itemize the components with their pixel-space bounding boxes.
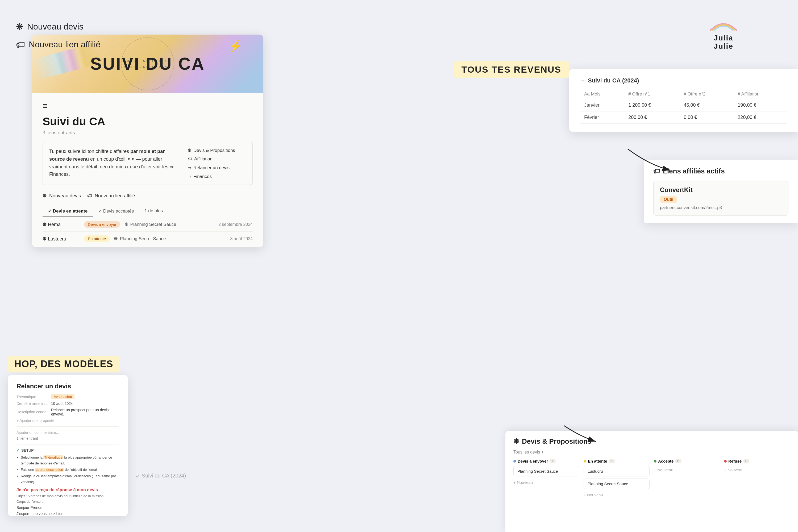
kanban-col-header-envoyer: Devis à envoyer 1 <box>513 459 580 463</box>
kanban-col-header-attente: En attente 1 <box>584 459 650 463</box>
row-badge-hema: Devis à envoyer <box>84 221 120 228</box>
btn-nouveau-affilie[interactable]: 🏷 Nouveau lien affilié <box>87 191 135 200</box>
dot-green-icon <box>654 460 657 462</box>
table-row: ❋ Hema Devis à envoyer ❋ Planning Secret… <box>42 217 253 232</box>
setup-bullets: Sélectionne la Thématique la plus approp… <box>17 455 119 485</box>
hamburger-icon[interactable]: ≡ <box>42 101 253 111</box>
description-links: ❋Devis & Propositions 🏷Affiliation ⇒Rela… <box>188 148 246 179</box>
add-prop[interactable]: + Ajouter une propriété <box>17 418 119 423</box>
cell-offre2-fevrier: 0,00 € <box>679 111 733 124</box>
tab-devis-acceptes[interactable]: ✓ Devis acceptés <box>93 206 139 217</box>
affil-card: ConvertKit Outil partners.convertkit.com… <box>653 180 788 216</box>
logo: Julia Julie <box>707 16 740 51</box>
nouveau-lien-label: Nouveau lien affilié <box>29 40 100 50</box>
tab-devis-attente[interactable]: ✓ Devis en attente <box>42 206 93 217</box>
cell-affil-janvier: 190,00 € <box>733 99 787 111</box>
kanban-col-refuse: Refusé 0 + Nouveau <box>724 459 790 499</box>
link-affiliation[interactable]: 🏷Affiliation <box>188 156 246 162</box>
col-affil: # Affiliation <box>733 89 787 99</box>
kanban-add[interactable]: + Nouveau <box>724 466 790 474</box>
col-offre2: # Offre n°2 <box>679 89 733 99</box>
lien-entrant: 1 lien entrant <box>17 436 119 440</box>
kanban-add[interactable]: + Nouveau <box>654 466 720 474</box>
link-relancer[interactable]: ⇒Relancer un devis <box>188 165 246 171</box>
kanban-columns: Devis à envoyer 1 Planning Secret Sauce … <box>513 459 790 499</box>
btn-nouveau-devis[interactable]: ❋ Nouveau devis <box>42 191 81 200</box>
hop-label: HOP, DES MODÈLES <box>8 356 119 373</box>
ca-panel-title: → Suivi du CA (2024) <box>580 77 787 84</box>
cell-mois-fevrier: Février <box>580 111 624 124</box>
card-rows: ❋ Hema Devis à envoyer ❋ Planning Secret… <box>42 217 253 247</box>
main-card: BUSINESS FRIEND·BUSINESS FRIEND SUIVI DU… <box>32 35 263 247</box>
row-name-hema: ❋ Hema <box>42 222 80 227</box>
row-date-hema: 2 septembre 2024 <box>218 222 253 227</box>
nouveau-devis-icon: ❋ <box>16 21 23 32</box>
revenus-label: TOUS TES REVENUS <box>454 61 569 78</box>
dot-yellow-icon <box>584 460 586 462</box>
table-row: ❋ Lustucru En attente ❋ Planning Secret … <box>42 232 253 246</box>
devis-kanban: ❋ Devis & Propositions Tous les devis + … <box>506 431 798 532</box>
kanban-item: Planning Secret Sauce <box>584 478 650 489</box>
affil-card-title: ConvertKit <box>660 186 782 194</box>
row-project-hema: ❋ Planning Secret Sauce <box>125 222 176 227</box>
link-finances[interactable]: ⇒Finances <box>188 174 246 179</box>
ca-table: Aa Mois # Offre n°1 # Offre n°2 # Affili… <box>580 89 787 124</box>
card-buttons: ❋ Nouveau devis 🏷 Nouveau lien affilié <box>42 191 253 200</box>
ca-panel: → Suivi du CA (2024) Aa Mois # Offre n°1… <box>569 69 798 132</box>
kanban-col-header-accepte: Accepté 0 <box>654 459 720 463</box>
affil-badge: Outil <box>660 196 677 203</box>
kanban-item: Lustucru <box>584 466 650 476</box>
nouveau-lien-icon: 🏷 <box>16 39 25 50</box>
add-comment[interactable]: Ajouter un commentaire... <box>17 431 119 435</box>
col-offre1: # Offre n°1 <box>624 89 679 99</box>
cell-offre1-fevrier: 200,00 € <box>624 111 679 124</box>
setup-title: ✓ SETUP <box>17 448 119 453</box>
banner-title: SUIVI DU CA <box>90 54 205 74</box>
dot-blue-icon <box>513 460 516 462</box>
description-text: Tu peux suivre ici ton chiffre d'affaire… <box>49 148 177 179</box>
row-project-lustucru: ❋ Planning Secret Sauce <box>114 236 166 242</box>
affil-url: partners.convertkit.com/2me...p3 <box>660 205 782 210</box>
tab-more[interactable]: 1 de plus... <box>139 206 172 217</box>
cell-mois-janvier: Janvier <box>580 99 624 111</box>
template-field-thematique: Thématique Avant achat <box>17 394 119 399</box>
card-tabs: ✓ Devis en attente ✓ Devis acceptés 1 de… <box>42 206 253 217</box>
template-field-description: Description courte Relance un prospect p… <box>17 408 119 416</box>
nouveau-devis-label: Nouveau devis <box>27 22 83 32</box>
dot-red-icon <box>724 460 727 462</box>
row-new[interactable]: + Nouveau <box>42 246 253 247</box>
kanban-add[interactable]: + Nouveau <box>584 491 650 499</box>
card-body: ≡ Suivi du CA 3 liens entrants Tu peux s… <box>32 93 263 247</box>
kanban-col-header-refuse: Refusé 0 <box>724 459 790 463</box>
col-mois: Aa Mois <box>580 89 624 99</box>
email-red-title: Je n'ai pas reçu de réponse à mon devis <box>17 488 119 492</box>
cell-offre1-janvier: 1 200,00 € <box>624 99 679 111</box>
template-field-date: Dernière mise à j... 10 août 2024 <box>17 401 119 406</box>
nouveau-lien-affilie-menu-item[interactable]: 🏷 Nouveau lien affilié <box>16 39 100 50</box>
table-row: Février 200,00 € 0,00 € 220,00 € <box>580 111 787 124</box>
lightning-icon: ⚡ <box>229 40 242 52</box>
link-devis[interactable]: ❋Devis & Propositions <box>188 148 246 153</box>
nouveau-devis-menu-item[interactable]: ❋ Nouveau devis <box>16 21 100 32</box>
row-name-lustucru: ❋ Lustucru <box>42 236 80 242</box>
kanban-col-attente: En attente 1 Lustucru Planning Secret Sa… <box>584 459 650 499</box>
kanban-col-envoyer: Devis à envoyer 1 Planning Secret Sauce … <box>513 459 580 499</box>
kanban-add[interactable]: + Nouveau <box>513 478 580 486</box>
kanban-col-accepte: Accepté 0 + Nouveau <box>654 459 720 499</box>
kanban-title: ❋ Devis & Propositions <box>513 437 790 445</box>
suivi-ghost: ↙ Suivi du CA (2024) <box>136 472 186 479</box>
arrow-affil-icon <box>623 144 676 175</box>
kanban-item: Planning Secret Sauce <box>513 466 580 476</box>
card-subtitle: 3 liens entrants <box>42 130 253 136</box>
top-left-menu: ❋ Nouveau devis 🏷 Nouveau lien affilié <box>16 21 100 50</box>
email-body-label: Corps de l'email : <box>17 499 119 504</box>
cell-offre2-janvier: 45,00 € <box>679 99 733 111</box>
rainbow-icon <box>707 16 740 32</box>
kanban-subtitle[interactable]: Tous les devis + <box>513 450 790 455</box>
card-title: Suivi du CA <box>42 115 253 128</box>
row-date-lustucru: 8 août 2024 <box>230 236 253 241</box>
description-box: Tu peux suivre ici ton chiffre d'affaire… <box>42 142 253 185</box>
table-row: Janvier 1 200,00 € 45,00 € 190,00 € <box>580 99 787 111</box>
template-title: Relancer un devis <box>17 382 119 390</box>
cell-affil-fevrier: 220,00 € <box>733 111 787 124</box>
